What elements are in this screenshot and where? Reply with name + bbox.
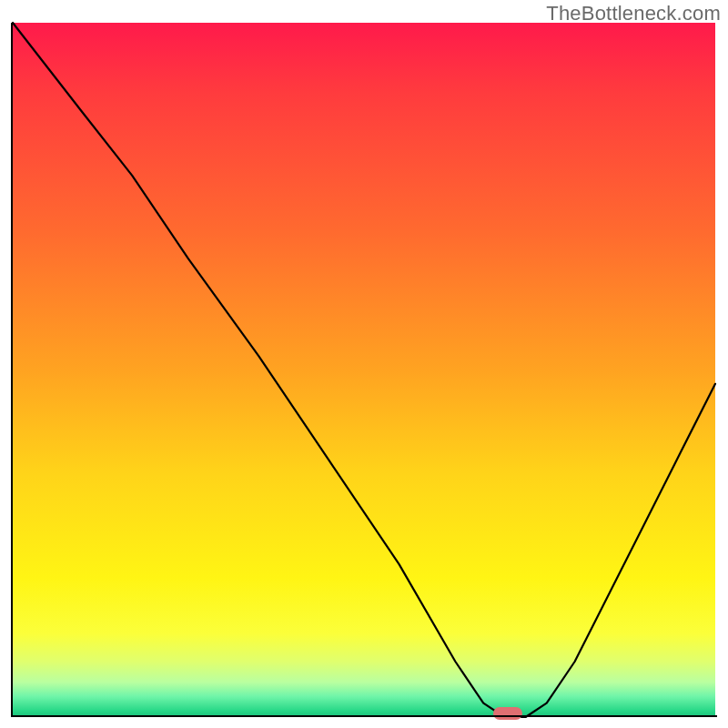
y-axis (11, 23, 13, 717)
optimum-marker (493, 707, 522, 720)
curve-layer (13, 23, 715, 717)
x-axis (11, 715, 717, 717)
bottleneck-chart: TheBottleneck.com (0, 0, 728, 728)
watermark-text: TheBottleneck.com (546, 2, 721, 25)
bottleneck-curve-path (13, 23, 715, 717)
